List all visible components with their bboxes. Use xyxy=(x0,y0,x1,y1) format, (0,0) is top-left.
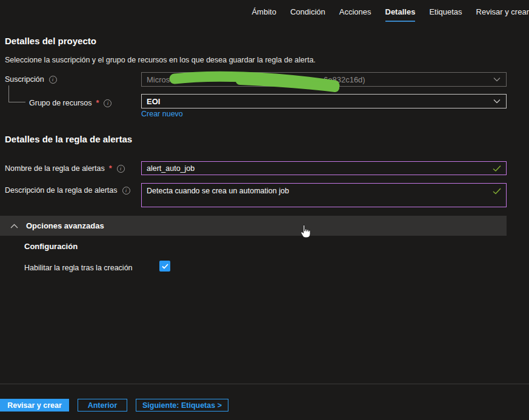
wizard-tabbar: Ámbito Condición Acciones Detalles Etiqu… xyxy=(247,0,529,24)
next-tags-button[interactable]: Siguiente: Etiquetas > xyxy=(136,399,228,412)
enable-rule-checkbox[interactable] xyxy=(159,261,170,272)
subscription-dropdown: Microsof 6e832c16d) xyxy=(141,72,507,87)
checkbox-check-icon xyxy=(162,264,168,269)
info-icon[interactable]: i xyxy=(49,76,57,84)
tab-revisar-y-crear[interactable]: Revisar y crear xyxy=(476,7,529,22)
tab-detalles[interactable]: Detalles xyxy=(385,7,416,22)
alert-rule-details-heading: Detalles de la regla de alertas xyxy=(5,134,132,144)
required-marker: * xyxy=(96,99,99,107)
tab-ambito[interactable]: Ámbito xyxy=(251,7,276,22)
advanced-options-title: Opciones avanzadas xyxy=(26,221,104,230)
configuration-subheading: Configuración xyxy=(24,242,78,251)
valid-checkmark-icon xyxy=(493,188,501,195)
advanced-options-toggle[interactable]: Opciones avanzadas xyxy=(0,216,507,236)
subscription-value-start: Microsof xyxy=(147,75,176,84)
subscription-label: Suscripción i xyxy=(5,75,57,84)
resource-group-value: EOI xyxy=(147,97,160,106)
alert-description-label: Descripción de la regla de alertas i xyxy=(5,186,130,195)
project-details-intro: Seleccione la suscripción y el grupo de … xyxy=(5,56,316,64)
chevron-up-icon xyxy=(10,224,18,228)
review-create-button[interactable]: Revisar y crear xyxy=(0,399,69,412)
alert-description-value: Detecta cuando se crea un automation job xyxy=(147,187,289,195)
chevron-down-icon xyxy=(493,99,501,104)
subscription-resourcegroup-connector xyxy=(8,85,25,102)
previous-button[interactable]: Anterior xyxy=(78,399,127,412)
subscription-value-end: 6e832c16d) xyxy=(324,73,365,86)
info-icon[interactable]: i xyxy=(122,187,130,195)
tab-condicion[interactable]: Condición xyxy=(290,7,325,22)
resource-group-label: Grupo de recursos * i xyxy=(29,99,111,107)
project-details-heading: Detalles del proyecto xyxy=(5,36,96,46)
resource-group-dropdown[interactable]: EOI xyxy=(141,94,507,108)
alert-description-input[interactable]: Detecta cuando se crea un automation job xyxy=(141,183,507,207)
required-marker: * xyxy=(109,164,112,173)
alert-name-input[interactable]: alert_auto_job xyxy=(141,161,507,175)
footer-divider xyxy=(0,384,529,384)
valid-checkmark-icon xyxy=(493,165,501,172)
alert-name-label: Nombre de la regla de alertas * i xyxy=(5,164,125,173)
enable-rule-label: Habilitar la regla tras la creación xyxy=(24,264,133,272)
tab-acciones[interactable]: Acciones xyxy=(339,7,371,22)
info-icon[interactable]: i xyxy=(104,99,111,107)
tab-etiquetas[interactable]: Etiquetas xyxy=(429,7,462,22)
create-new-link[interactable]: Crear nuevo xyxy=(141,110,183,118)
info-icon[interactable]: i xyxy=(117,165,125,173)
alert-name-value: alert_auto_job xyxy=(147,164,195,173)
chevron-down-icon xyxy=(493,78,501,82)
